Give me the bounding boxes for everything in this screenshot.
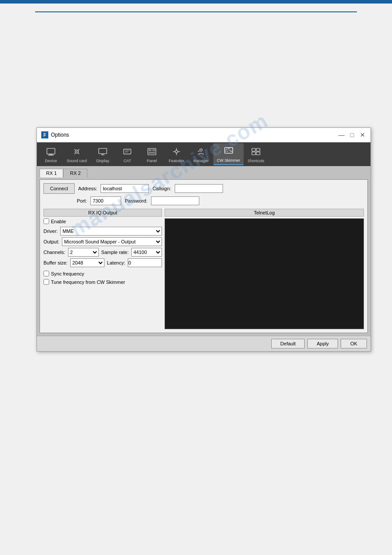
header-divider bbox=[35, 11, 357, 12]
manager-icon bbox=[195, 145, 207, 158]
dialog-icon: F bbox=[41, 131, 48, 138]
svg-rect-5 bbox=[99, 149, 107, 154]
latency-input[interactable] bbox=[128, 258, 162, 267]
connect-button[interactable]: Connect bbox=[43, 183, 75, 194]
svg-point-16 bbox=[200, 149, 202, 152]
toolbar-item-manager[interactable]: Manager bbox=[189, 143, 213, 165]
svg-rect-8 bbox=[124, 149, 131, 154]
tabs-row: RX 1 RX 2 bbox=[40, 169, 368, 178]
features-label: Features bbox=[169, 159, 184, 163]
driver-row: Driver: MME DirectSound WASAPI bbox=[43, 227, 162, 236]
toolbar-item-features[interactable]: Features bbox=[164, 143, 189, 165]
svg-point-4 bbox=[76, 151, 78, 152]
svg-rect-18 bbox=[224, 148, 232, 153]
rx-iq-panel: RX IQ Output Enable Driver: MME DirectSo… bbox=[43, 209, 162, 329]
port-password-row: Port: Password: bbox=[43, 196, 364, 205]
address-input[interactable] bbox=[101, 184, 149, 193]
callsign-input[interactable] bbox=[175, 184, 223, 193]
sample-rate-select[interactable]: 8000 22050 44100 48000 bbox=[131, 248, 162, 257]
maximize-button[interactable]: □ bbox=[348, 131, 356, 139]
device-label: Device bbox=[45, 159, 57, 163]
apply-button[interactable]: Apply bbox=[307, 339, 338, 348]
title-controls: — □ ✕ bbox=[337, 131, 367, 139]
title-bar: F Options — □ ✕ bbox=[37, 128, 370, 142]
svg-rect-1 bbox=[49, 154, 52, 155]
telnet-log-section-label: TelnetLog bbox=[165, 209, 364, 217]
default-button[interactable]: Default bbox=[271, 339, 305, 348]
tune-freq-row: Tune frequency from CW Skimmer bbox=[43, 279, 162, 285]
cw-skimmer-label: CW Skimmer bbox=[217, 158, 240, 163]
svg-rect-13 bbox=[152, 149, 155, 152]
shortcuts-label: Shortcuts bbox=[248, 159, 264, 163]
toolbar-item-cat[interactable]: CAT bbox=[115, 143, 140, 165]
svg-rect-28 bbox=[256, 152, 260, 155]
display-label: Display bbox=[96, 159, 109, 163]
sync-freq-label: Sync frequency bbox=[51, 271, 84, 276]
password-label: Password: bbox=[125, 198, 147, 203]
svg-point-15 bbox=[175, 150, 178, 153]
tune-freq-checkbox[interactable] bbox=[43, 279, 49, 285]
driver-select[interactable]: MME DirectSound WASAPI bbox=[60, 227, 162, 236]
tune-freq-label: Tune frequency from CW Skimmer bbox=[51, 279, 125, 285]
cw-skimmer-icon bbox=[223, 145, 235, 157]
output-select[interactable]: Microsoft Sound Mapper - Output bbox=[62, 237, 162, 246]
two-column-layout: RX IQ Output Enable Driver: MME DirectSo… bbox=[43, 209, 364, 329]
enable-checkbox[interactable] bbox=[43, 218, 49, 224]
buffer-latency-row: Buffer size: 512 1024 2048 4096 Latency: bbox=[43, 258, 162, 267]
channels-label: Channels: bbox=[43, 250, 65, 255]
device-icon bbox=[45, 145, 57, 158]
close-button[interactable]: ✕ bbox=[358, 131, 367, 139]
toolbar-item-sound-card[interactable]: Sound card bbox=[63, 143, 90, 165]
toolbar-item-panel[interactable]: Panel bbox=[140, 143, 164, 165]
minimize-button[interactable]: — bbox=[337, 131, 346, 139]
options-dialog: F Options — □ ✕ Device bbox=[36, 127, 371, 352]
manager-label: Manager bbox=[193, 159, 209, 163]
channels-samplerate-row: Channels: 1 2 Sample rate: 8000 22050 44… bbox=[43, 248, 162, 257]
callsign-label: Callsign: bbox=[152, 186, 171, 191]
tab-rx2[interactable]: RX 2 bbox=[63, 169, 87, 178]
svg-rect-12 bbox=[149, 149, 151, 152]
panel-icon bbox=[146, 145, 158, 158]
sound-card-label: Sound card bbox=[67, 159, 87, 163]
connection-form: Connect Address: Callsign: bbox=[43, 183, 364, 194]
svg-rect-14 bbox=[149, 152, 155, 154]
sample-rate-label: Sample rate: bbox=[101, 250, 129, 255]
bottom-bar: Default Apply OK bbox=[37, 336, 370, 351]
address-label: Address: bbox=[78, 186, 97, 191]
svg-rect-27 bbox=[252, 152, 255, 155]
title-bar-left: F Options bbox=[41, 131, 69, 138]
content-area: RX 1 RX 2 Connect Address: Callsign: Por… bbox=[37, 166, 370, 336]
panel-label: Panel bbox=[147, 159, 157, 163]
header-area bbox=[0, 4, 392, 19]
enable-row: Enable bbox=[43, 218, 162, 224]
sync-freq-row: Sync frequency bbox=[43, 271, 162, 276]
driver-label: Driver: bbox=[43, 229, 58, 234]
shortcuts-icon bbox=[250, 145, 262, 158]
telnet-log-area[interactable] bbox=[165, 218, 364, 329]
svg-rect-26 bbox=[256, 149, 260, 151]
toolbar-item-cw-skimmer[interactable]: CW Skimmer bbox=[213, 143, 244, 165]
buffer-size-label: Buffer size: bbox=[43, 260, 68, 265]
sync-freq-checkbox[interactable] bbox=[43, 271, 49, 276]
buffer-size-select[interactable]: 512 1024 2048 4096 bbox=[70, 258, 104, 267]
features-icon bbox=[170, 145, 183, 158]
port-input[interactable] bbox=[90, 196, 121, 205]
tab-rx1[interactable]: RX 1 bbox=[40, 169, 63, 178]
cat-icon bbox=[121, 145, 133, 158]
svg-rect-17 bbox=[198, 151, 200, 152]
output-label: Output: bbox=[43, 239, 59, 244]
ok-button[interactable]: OK bbox=[341, 339, 367, 348]
channels-select[interactable]: 1 2 bbox=[68, 248, 99, 257]
page-background: manualsarchive.com F Options — □ ✕ bbox=[0, 0, 392, 555]
cat-label: CAT bbox=[123, 159, 131, 163]
toolbar-item-display[interactable]: Display bbox=[90, 143, 115, 165]
toolbar: Device Sound card bbox=[37, 142, 370, 166]
toolbar-item-device[interactable]: Device bbox=[39, 143, 63, 165]
display-icon bbox=[97, 145, 109, 158]
telnet-log-panel: TelnetLog bbox=[165, 209, 364, 329]
enable-label: Enable bbox=[51, 219, 66, 224]
toolbar-item-shortcuts[interactable]: Shortcuts bbox=[244, 143, 268, 165]
password-input[interactable] bbox=[151, 196, 199, 205]
rx-iq-section-label: RX IQ Output bbox=[43, 209, 162, 217]
top-bar bbox=[0, 0, 392, 4]
